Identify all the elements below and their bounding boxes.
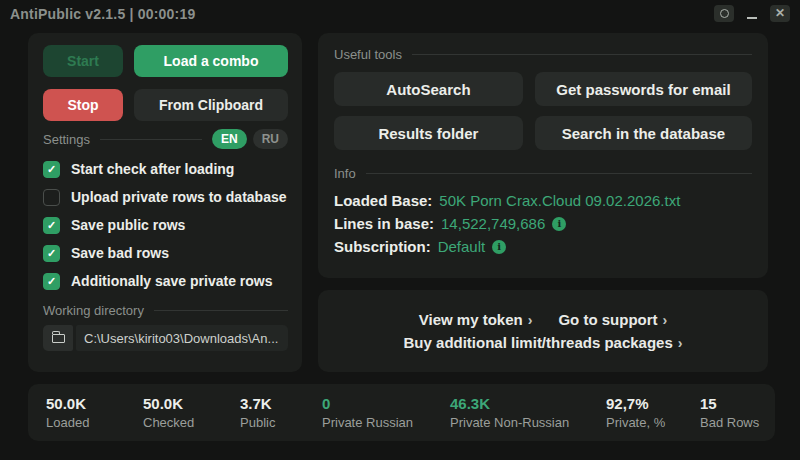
links-panel: View my token › Go to support › Buy addi… (318, 290, 768, 372)
stat-checked: 50.0K Checked (143, 395, 240, 430)
window-controls: ✕ (714, 7, 790, 22)
settings-section-label: Settings (43, 132, 90, 147)
minimize-button[interactable] (742, 5, 762, 22)
loaded-base-row: Loaded Base: 50K Porn Crax.Cloud 09.02.2… (334, 189, 752, 212)
folder-icon (52, 334, 65, 343)
stat-value: 0 (322, 395, 450, 412)
settings-checkbox-list: Start check after loading Upload private… (43, 155, 288, 295)
tools-info-panel: Useful tools AutoSearch Get passwords fo… (318, 33, 768, 278)
stats-bar: 50.0K Loaded 50.0K Checked 3.7K Public 0… (28, 384, 775, 441)
subscription-label: Subscription: (334, 238, 431, 255)
divider (412, 54, 752, 55)
checkbox-icon[interactable] (43, 273, 60, 290)
checkbox-icon[interactable] (43, 245, 60, 262)
open-folder-button[interactable] (43, 325, 73, 351)
working-directory-path[interactable]: C:\Users\kirito03\Downloads\An... (76, 325, 288, 351)
stat-label: Private Non-Russian (450, 415, 606, 430)
info-rows: Loaded Base: 50K Porn Crax.Cloud 09.02.2… (334, 189, 752, 258)
load-combo-button[interactable]: Load a combo (134, 45, 288, 77)
close-icon: ✕ (775, 6, 785, 20)
checkbox-label: Additionally save private rows (71, 273, 273, 289)
stat-value: 46.3K (450, 395, 606, 412)
lines-in-base-label: Lines in base: (334, 215, 434, 232)
lines-in-base-row: Lines in base: 14,522,749,686 i (334, 212, 752, 235)
stat-private-percent: 92,7% Private, % (606, 395, 700, 430)
chevron-right-icon: › (528, 312, 533, 328)
close-button[interactable]: ✕ (770, 5, 790, 22)
stat-loaded: 50.0K Loaded (46, 395, 143, 430)
stat-value: 92,7% (606, 395, 700, 412)
from-clipboard-button[interactable]: From Clipboard (134, 89, 288, 121)
language-ru-toggle[interactable]: RU (253, 129, 288, 149)
checkbox-save-public-rows[interactable]: Save public rows (43, 211, 288, 239)
checkbox-save-bad-rows[interactable]: Save bad rows (43, 239, 288, 267)
divider (154, 310, 288, 311)
stat-label: Private Russian (322, 415, 450, 430)
info-circle-icon[interactable]: i (552, 217, 566, 231)
checkbox-icon[interactable] (43, 189, 60, 206)
view-my-token-link[interactable]: View my token › (419, 311, 533, 328)
checkbox-label: Upload private rows to database (71, 189, 287, 205)
info-circle-icon[interactable]: i (492, 240, 506, 254)
stat-value: 50.0K (143, 395, 240, 412)
checkbox-icon[interactable] (43, 161, 60, 178)
go-to-support-link[interactable]: Go to support › (558, 311, 667, 328)
divider (100, 139, 202, 140)
app-title: AntiPublic v2.1.5 | 00:00:19 (10, 6, 195, 22)
stat-private-non-russian: 46.3K Private Non-Russian (450, 395, 606, 430)
record-circle-icon[interactable] (714, 5, 734, 22)
buy-packages-link[interactable]: Buy additional limit/threads packages › (404, 334, 683, 351)
get-passwords-for-email-button[interactable]: Get passwords for email (535, 72, 752, 106)
minimize-icon (747, 17, 757, 19)
stat-label: Loaded (46, 415, 143, 430)
stat-value: 3.7K (240, 395, 322, 412)
checkbox-start-check-after-loading[interactable]: Start check after loading (43, 155, 288, 183)
info-section-label: Info (334, 166, 356, 181)
loaded-base-value: 50K Porn Crax.Cloud 09.02.2026.txt (439, 192, 680, 209)
control-panel: Start Load a combo Stop From Clipboard S… (28, 33, 302, 372)
go-to-support-label: Go to support (558, 311, 657, 328)
working-directory-field: C:\Users\kirito03\Downloads\An... (43, 325, 288, 351)
stat-bad-rows: 15 Bad Rows (700, 395, 759, 430)
working-directory-section-label: Working directory (43, 303, 144, 318)
chevron-right-icon: › (678, 335, 683, 351)
checkbox-additionally-save-private-rows[interactable]: Additionally save private rows (43, 267, 288, 295)
stat-label: Public (240, 415, 322, 430)
start-button[interactable]: Start (43, 45, 123, 77)
search-in-database-button[interactable]: Search in the database (535, 116, 752, 150)
language-en-toggle[interactable]: EN (212, 129, 247, 149)
lines-in-base-value: 14,522,749,686 (441, 215, 545, 232)
stat-value: 50.0K (46, 395, 143, 412)
stat-private-russian: 0 Private Russian (322, 395, 450, 430)
buy-packages-label: Buy additional limit/threads packages (404, 334, 673, 351)
autosearch-button[interactable]: AutoSearch (334, 72, 523, 106)
checkbox-icon[interactable] (43, 217, 60, 234)
stat-label: Bad Rows (700, 415, 759, 430)
stat-public: 3.7K Public (240, 395, 322, 430)
stat-value: 15 (700, 395, 759, 412)
chevron-right-icon: › (663, 312, 668, 328)
checkbox-label: Start check after loading (71, 161, 234, 177)
titlebar: AntiPublic v2.1.5 | 00:00:19 ✕ (0, 0, 800, 28)
language-toggle: EN RU (212, 129, 288, 149)
checkbox-upload-private-rows[interactable]: Upload private rows to database (43, 183, 288, 211)
view-my-token-label: View my token (419, 311, 523, 328)
checkbox-label: Save public rows (71, 217, 185, 233)
results-folder-button[interactable]: Results folder (334, 116, 523, 150)
loaded-base-label: Loaded Base: (334, 192, 432, 209)
useful-tools-section-label: Useful tools (334, 47, 402, 62)
subscription-value: Default (438, 238, 486, 255)
stop-button[interactable]: Stop (43, 89, 123, 121)
circle-icon (720, 9, 729, 18)
checkbox-label: Save bad rows (71, 245, 169, 261)
stat-label: Private, % (606, 415, 700, 430)
subscription-row: Subscription: Default i (334, 235, 752, 258)
divider (366, 173, 752, 174)
stat-label: Checked (143, 415, 240, 430)
